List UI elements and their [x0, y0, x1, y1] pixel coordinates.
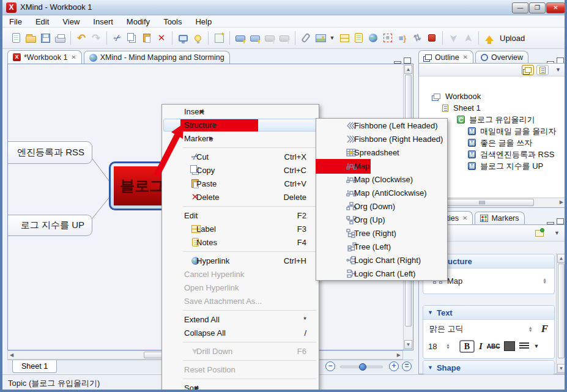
italic-button[interactable]: I	[479, 341, 483, 352]
font-family-spinner[interactable]: ▲▼	[528, 326, 533, 332]
tree-item-main-topic-1[interactable]: M 매일매일 글을 올리자	[468, 125, 556, 137]
presentation-icon[interactable]	[176, 31, 190, 45]
tab-overview[interactable]: Overview	[475, 51, 528, 64]
submenu-item-tree-right[interactable]: Tree (Right)	[316, 226, 447, 240]
menu-tools[interactable]: Tools	[157, 16, 188, 27]
submenu-item-tree-left[interactable]: Tree (Left)	[316, 240, 447, 253]
delete-icon[interactable]: ✕	[155, 31, 168, 45]
menu-item-label[interactable]: LabelF3	[162, 222, 319, 235]
menu-item-hyperlink[interactable]: HyperlinkCtrl+H	[162, 254, 319, 267]
menu-help[interactable]: Help	[188, 16, 218, 27]
menu-item-delete[interactable]: ✕ DeleteDelete	[162, 190, 319, 204]
print-icon[interactable]	[53, 31, 67, 45]
submenu-item-logic-chart-right[interactable]: Logic Chart (Right)	[316, 253, 447, 267]
editor-minimize-maximize[interactable]	[394, 57, 413, 64]
zoom-slider-handle[interactable]	[359, 363, 366, 371]
scroll-right-icon[interactable]: ▶	[560, 199, 563, 205]
notes-icon[interactable]	[352, 31, 365, 45]
tree-item-sheet-1[interactable]: Sheet 1	[441, 102, 481, 114]
submenu-item-org-up[interactable]: Org (Up)	[316, 213, 447, 226]
font-family-value[interactable]: 맑은 고딕	[429, 324, 464, 335]
open-icon[interactable]	[24, 31, 37, 45]
strikethrough-button[interactable]: ABC	[487, 343, 500, 350]
submenu-item-spreadsheet[interactable]: Spreadsheet	[316, 146, 447, 159]
scroll-up-icon[interactable]: ▲	[557, 254, 565, 263]
menu-item-markers[interactable]: Markers▶	[162, 131, 319, 145]
menu-modify[interactable]: Modify	[120, 16, 157, 27]
brainstorm-icon[interactable]	[191, 31, 204, 45]
shape-section-header[interactable]: ▼ Shape	[423, 361, 554, 375]
tab-workbook-1[interactable]: X *Workbook 1 ✕	[7, 50, 82, 64]
menu-item-edit[interactable]: EditF2	[162, 209, 319, 222]
panel-minimize-maximize[interactable]	[547, 218, 566, 224]
save-icon[interactable]	[39, 31, 52, 45]
image-dropdown-icon[interactable]: ▼	[328, 31, 336, 45]
submenu-item-fishbone-left[interactable]: Fishbone (Left Headed)	[316, 119, 447, 132]
menu-view[interactable]: View	[56, 16, 86, 27]
new-workbook-icon[interactable]	[9, 31, 23, 45]
properties-menu-dropdown-icon[interactable]: ▼	[554, 230, 560, 236]
tree-item-central-topic[interactable]: C 블로그 유입올리기	[457, 114, 535, 125]
menu-insert[interactable]: Insert	[86, 16, 120, 27]
scroll-right-icon[interactable]: ▶	[397, 352, 401, 358]
upload-icon[interactable]	[483, 31, 496, 45]
font-color-swatch[interactable]	[504, 341, 515, 351]
image-icon[interactable]	[314, 31, 327, 45]
upload-button[interactable]: Upload	[500, 34, 525, 43]
menu-item-paste[interactable]: PasteCtrl+V	[162, 177, 319, 190]
scroll-down-icon[interactable]: ▼	[404, 340, 412, 349]
stop-icon[interactable]	[425, 31, 439, 45]
menu-item-insert[interactable]: Insert▶	[162, 105, 319, 118]
tab-close-icon[interactable]: ✕	[462, 215, 467, 221]
menu-edit[interactable]: Edit	[29, 16, 56, 27]
submenu-item-fishbone-right[interactable]: Fishbone (Right Headed)	[316, 132, 447, 146]
outline-view-mode-2-button[interactable]	[536, 65, 549, 75]
zoom-out-button[interactable]: −	[325, 361, 335, 371]
scroll-thumb[interactable]	[558, 264, 565, 358]
submenu-item-org-down[interactable]: Org (Down)	[316, 199, 447, 213]
scroll-down-icon[interactable]: ▼	[557, 364, 565, 373]
restore-button[interactable]: ❐	[529, 2, 546, 13]
menu-item-sort[interactable]: Sort▶	[162, 381, 319, 392]
properties-vertical-scrollbar[interactable]: ▲ ▼	[556, 253, 566, 374]
menu-item-collapse-all[interactable]: Collapse All/	[162, 326, 319, 339]
tree-item-main-topic-4[interactable]: M 블로그 지수를 UP	[468, 160, 543, 172]
relationship-icon[interactable]: ⇅	[410, 31, 424, 45]
tree-item-main-topic-3[interactable]: M 검색엔진등록과 RSS	[468, 149, 554, 160]
insert-subtopic-icon[interactable]	[248, 31, 262, 45]
align-icon[interactable]	[519, 342, 529, 350]
structure-spinner[interactable]: ▲▼	[543, 278, 547, 284]
copy-icon[interactable]	[125, 31, 139, 45]
maximize-pane-icon[interactable]	[557, 218, 564, 224]
tab-outline[interactable]: Outline ✕	[418, 50, 473, 64]
close-button[interactable]: ✕	[546, 2, 565, 13]
menu-item-copy[interactable]: CopyCtrl+C	[162, 163, 319, 177]
attachment-icon[interactable]	[299, 31, 313, 45]
undo-icon[interactable]: ↶	[75, 31, 88, 45]
tree-item-main-topic-2[interactable]: M 좋은 글을 쓰자	[468, 137, 532, 149]
font-size-value[interactable]: 18	[428, 342, 442, 351]
submenu-item-map-anticlockwise[interactable]: Map (AntiClockwise)	[316, 186, 447, 199]
font-size-spinner[interactable]: ▲▼	[446, 343, 450, 349]
outline-menu-dropdown-icon[interactable]: ▼	[555, 67, 561, 73]
zoom-in-button[interactable]: +	[389, 361, 399, 371]
tab-close-icon[interactable]: ✕	[463, 54, 468, 61]
maximize-pane-icon[interactable]	[404, 57, 411, 64]
paste-icon[interactable]	[140, 31, 154, 45]
topic-search-engine-rss[interactable]: 엔진등록과 RSS	[7, 141, 92, 164]
font-picker-icon[interactable]: F	[541, 323, 548, 335]
menu-item-cut[interactable]: ✂ CutCtrl+X	[162, 150, 319, 163]
bold-button[interactable]: B	[459, 340, 475, 353]
pin-icon[interactable]	[535, 230, 544, 237]
submenu-item-logic-chart-left[interactable]: Logic Chart (Left)	[316, 267, 447, 280]
cut-icon[interactable]: ✂	[111, 31, 124, 45]
tab-xmind-home[interactable]: XMind - Mind Mapping and Storming	[84, 51, 230, 64]
menu-file[interactable]: File	[2, 16, 29, 27]
menu-item-extend-all[interactable]: Extend All*	[162, 312, 319, 326]
tab-markers[interactable]: Markers	[475, 212, 524, 224]
scroll-left-icon[interactable]: ◀	[10, 352, 13, 358]
zoom-slider[interactable]	[340, 366, 383, 368]
text-section-header[interactable]: ▼ Text	[423, 306, 554, 320]
tab-close-icon[interactable]: ✕	[71, 54, 76, 61]
minimize-button[interactable]: —	[512, 2, 528, 13]
